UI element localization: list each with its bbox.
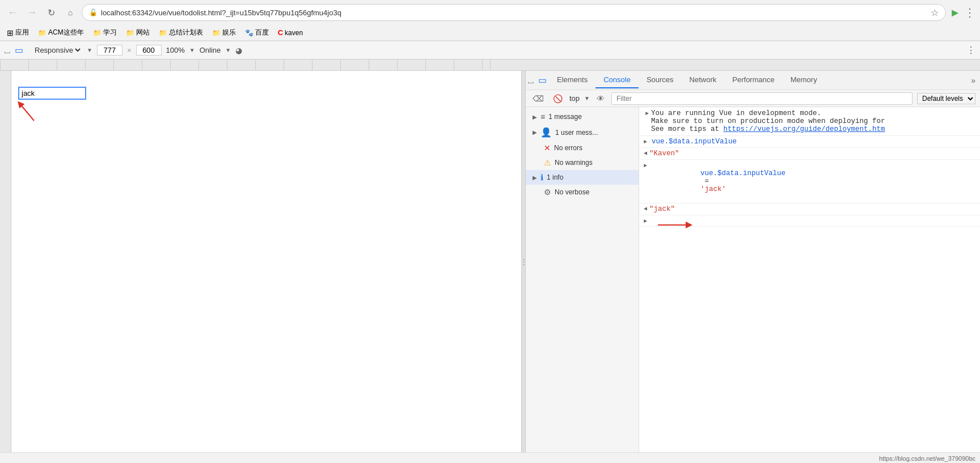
expand-arrow3: ► — [644, 218, 647, 224]
dropdown-arrow: ▼ — [87, 47, 92, 53]
bookmark-label: 娱乐 — [222, 28, 236, 37]
bookmark-label: kaven — [285, 29, 303, 37]
extension-icon[interactable]: ► — [949, 6, 961, 19]
bookmark-label: ACM这些年 — [48, 28, 84, 37]
console-line-input1[interactable]: ► ​ vue.$data.inputValue — [639, 136, 980, 148]
red-arrow-annotation — [17, 98, 45, 126]
sidebar-item-message[interactable]: ▶ ≡ 1 message — [526, 109, 639, 124]
inspect-icon[interactable]: ⎵ — [5, 45, 10, 56]
folder-icon: 📁 — [126, 29, 134, 37]
prompt-icon: ► — [644, 139, 647, 145]
filter-input[interactable] — [611, 92, 913, 105]
width-input[interactable] — [97, 45, 122, 56]
info-icon: ℹ — [540, 173, 543, 182]
bookmark-label: 总结计划表 — [169, 28, 203, 37]
network-label: Online — [200, 46, 221, 54]
sidebar-warnings-label: No warnings — [555, 159, 593, 167]
bookmark-label: 百度 — [255, 28, 269, 37]
tab-memory[interactable]: Memory — [783, 72, 825, 88]
home-button[interactable]: ⌂ — [62, 5, 78, 20]
folder-icon: 📁 — [93, 29, 102, 37]
baidu-icon: 🐾 — [245, 29, 254, 37]
error-icon: ✕ — [544, 143, 551, 152]
sidebar-item-no-warnings[interactable]: ⚠ No warnings — [526, 155, 639, 170]
bookmark-study[interactable]: 📁 学习 — [91, 27, 119, 39]
device-select[interactable]: Responsive — [32, 45, 82, 55]
console-output: ► You are running Vue in development mod… — [639, 107, 980, 452]
console-input-text1: vue.$data.inputValue — [652, 138, 975, 146]
forward-button[interactable]: → — [24, 5, 40, 20]
ruler — [0, 60, 980, 71]
more-menu-icon[interactable]: ⋮ — [964, 6, 975, 19]
bookmarks-bar: ⊞ 应用 📁 ACM这些年 📁 学习 📁 网站 📁 总结计划表 📁 娱乐 🐾 百… — [0, 25, 980, 41]
bookmark-plan[interactable]: 📁 总结计划表 — [157, 27, 205, 39]
bookmark-acm[interactable]: 📁 ACM这些年 — [36, 27, 86, 39]
reload-button[interactable]: ↻ — [43, 5, 59, 20]
info-expand-icon[interactable]: ► — [645, 111, 649, 117]
bookmark-baidu[interactable]: 🐾 百度 — [243, 27, 271, 39]
verbose-icon: ⚙ — [544, 188, 551, 197]
sidebar-item-no-verbose[interactable]: ⚙ No verbose — [526, 185, 639, 199]
expand-arrow-icon: ▶ — [533, 114, 537, 120]
expand-arrow2: ► — [644, 163, 647, 169]
result-arrow2: ◀ — [644, 205, 647, 212]
zoom-label: 100% — [166, 46, 185, 54]
sidebar-info-label: 1 info — [547, 173, 563, 181]
responsive-mode-button[interactable]: ▭ — [536, 74, 549, 87]
inspect-element-button[interactable]: ⎵ — [526, 74, 536, 87]
expand-arrow-icon: ▶ — [533, 175, 537, 181]
bookmark-website[interactable]: 📁 网站 — [124, 27, 152, 39]
device-toggle-icon[interactable]: ▭ — [15, 45, 23, 56]
console-line-prompt[interactable]: ► — [639, 215, 980, 227]
console-vue-info-text: You are running Vue in development mode.… — [651, 109, 975, 133]
page-preview — [0, 71, 522, 452]
tab-performance[interactable]: Performance — [724, 72, 782, 88]
sensor-icon[interactable]: ◕ — [235, 46, 242, 55]
tab-console[interactable]: Console — [595, 72, 639, 88]
console-line-output2: ◀ "jack" — [639, 203, 980, 215]
eye-button[interactable]: 👁 — [594, 93, 607, 104]
status-url: https://blog.csdn.net/we_379090bc — [879, 455, 975, 462]
clear-console-button[interactable]: ⌫ — [530, 93, 546, 104]
levels-select[interactable]: Default levels — [917, 93, 975, 104]
folder-icon: 📁 — [38, 29, 47, 37]
height-input[interactable] — [136, 45, 162, 56]
devtools-tabs: Elements Console Sources Network Perform… — [549, 72, 966, 88]
console-input-text2: vue.$data.inputValue = 'jack' — [649, 162, 975, 201]
context-label: top — [569, 94, 580, 103]
status-bar: https://blog.csdn.net/we_379090bc — [0, 452, 980, 463]
warning-icon: ⚠ — [544, 158, 551, 167]
network-arrow: ▼ — [225, 47, 231, 53]
tab-network[interactable]: Network — [682, 72, 725, 88]
filter-button[interactable]: 🚫 — [551, 93, 565, 104]
sidebar-item-info[interactable]: ▶ ℹ 1 info — [526, 170, 639, 185]
bookmark-entertainment[interactable]: 📁 娱乐 — [210, 27, 238, 39]
bookmark-label: 应用 — [15, 28, 29, 37]
sidebar-item-user-message[interactable]: ▶ 👤 1 user mess... — [526, 124, 639, 141]
tab-elements[interactable]: Elements — [549, 72, 595, 88]
address-bar[interactable]: 🔓 localhost:63342/vue/vue/todolist.html?… — [82, 4, 946, 21]
expand-arrow-icon: ▶ — [533, 129, 537, 135]
svg-line-1 — [20, 104, 34, 121]
dimension-separator: × — [127, 46, 132, 54]
devtools-more-icon[interactable]: » — [966, 76, 980, 85]
side-ruler — [0, 71, 11, 452]
context-arrow[interactable]: ▼ — [584, 95, 590, 101]
console-line-input2[interactable]: ► vue.$data.inputValue = 'jack' — [639, 160, 980, 203]
tab-sources[interactable]: Sources — [639, 72, 682, 88]
bookmark-kaven[interactable]: C kaven — [276, 27, 305, 38]
bookmark-apps[interactable]: ⊞ 应用 — [5, 27, 31, 39]
toolbar-more-icon[interactable]: ⋮ — [966, 45, 975, 56]
zoom-arrow: ▼ — [189, 47, 195, 53]
sidebar-errors-label: No errors — [554, 144, 582, 152]
sidebar-item-no-errors[interactable]: ✕ No errors — [526, 141, 639, 155]
devtools-header: ⎵ ▭ Elements Console Sources Network Per… — [526, 71, 980, 90]
console-red-arrow — [655, 216, 700, 233]
result-arrow: ◀ — [644, 150, 647, 156]
url-display: localhost:63342/vue/vue/todolist.html?_i… — [101, 9, 927, 17]
sidebar-user-label: 1 user mess... — [555, 129, 598, 137]
apps-icon: ⊞ — [7, 28, 14, 37]
star-icon[interactable]: ☆ — [931, 7, 939, 18]
back-button[interactable]: ← — [5, 5, 20, 20]
console-body: ▶ ≡ 1 message ▶ 👤 1 user mess... ✕ No er… — [526, 107, 980, 452]
